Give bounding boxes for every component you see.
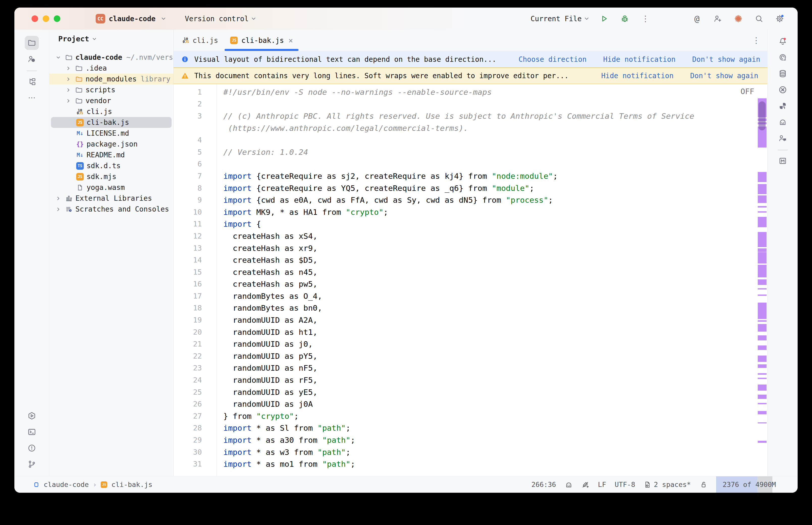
code-line: 24 randomUUID as rF5, (174, 374, 767, 386)
code-editor[interactable]: OFF 1#!/usr/bin/env -S node --no-warning… (174, 84, 767, 476)
chevron-right-icon[interactable] (53, 207, 63, 212)
banner-link[interactable]: Don't show again (692, 55, 760, 63)
tree-item-label: sdk.mjs (87, 172, 116, 181)
run-button[interactable] (598, 13, 610, 25)
chevron-right-icon[interactable] (63, 76, 73, 82)
line-number: 28 (174, 424, 217, 432)
tree-item-Scratches and Consoles[interactable]: Scratches and Consoles (49, 204, 173, 214)
chevron-down-icon[interactable] (53, 55, 63, 60)
banner-link[interactable]: Hide notification (601, 72, 674, 80)
project-widget[interactable]: CC claude-code (95, 14, 166, 24)
database-tool-button[interactable] (776, 66, 790, 81)
tree-item-label: sdk.d.ts (87, 162, 121, 170)
code-line: 27} from "crypto"; (174, 410, 767, 422)
chevron-right-icon[interactable] (63, 87, 73, 93)
line-separator-widget[interactable]: LF (598, 476, 606, 493)
chevron-right-icon[interactable] (53, 196, 63, 201)
anthropic-assistant-button[interactable] (733, 13, 744, 25)
json-file-icon: {} (76, 141, 84, 148)
tree-item-cli.js[interactable]: 100JScli.js (49, 106, 173, 117)
add-user-button[interactable] (712, 13, 723, 25)
close-tab-icon[interactable]: × (289, 36, 293, 45)
tree-item-claude-code[interactable]: claude-code~/.nvm/vers (49, 52, 173, 63)
caret-position-widget[interactable]: 266:36 (531, 476, 556, 493)
encoding-widget[interactable]: UTF-8 (615, 476, 635, 493)
highlight-level-icon[interactable] (581, 476, 589, 493)
chevron-right-icon[interactable] (63, 98, 73, 104)
version-control-tool-button[interactable] (25, 457, 39, 471)
banner-link[interactable]: Don't show again (690, 72, 758, 80)
chevron-right-icon[interactable] (63, 65, 73, 71)
database-icon (779, 69, 787, 78)
code-line: 19 randomUUID as A2A, (174, 314, 767, 326)
project-name: claude-code (109, 15, 156, 23)
line-number: 4 (174, 136, 217, 144)
memory-indicator[interactable]: 2376 of 4900M (716, 476, 782, 493)
scrollbar-thumb[interactable] (758, 101, 766, 130)
tree-item-label: .idea (86, 64, 107, 72)
editor-banner-warn: This document contains very long lines. … (174, 68, 767, 84)
tree-item-node_modules[interactable]: node_moduleslibrary (49, 74, 173, 85)
pull-requests-tool-button[interactable]: ? (25, 52, 39, 66)
services-tool-button[interactable] (25, 409, 39, 423)
tree-item-cli-bak.js[interactable]: JScli-bak.js (49, 117, 173, 128)
tree-item-package.json[interactable]: {}package.json (49, 139, 173, 150)
close-window-button[interactable] (31, 15, 38, 22)
change-marker (758, 280, 767, 285)
change-marker (758, 411, 767, 414)
ai-robot-tool-button[interactable] (776, 115, 790, 129)
banner-link[interactable]: Hide notification (603, 55, 676, 63)
editor-tab-cli.js[interactable]: 100JScli.js (177, 30, 224, 51)
tree-item-vendor[interactable]: vendor (49, 95, 173, 106)
line-number: 23 (174, 364, 217, 372)
tree-item-yoga.wasm[interactable]: yoga.wasm (49, 182, 173, 193)
tree-item-scripts[interactable]: scripts (49, 85, 173, 95)
tree-item-README.md[interactable]: M↓README.md (49, 150, 173, 160)
structure-tool-button[interactable] (25, 75, 39, 89)
terminal-tool-button[interactable] (25, 425, 39, 439)
m-tool-tool-button[interactable] (776, 154, 790, 168)
search-everywhere-button[interactable] (753, 13, 765, 25)
tab-options-icon[interactable]: ⋮ (752, 30, 760, 51)
tree-item-sdk.mjs[interactable]: JSsdk.mjs (49, 171, 173, 182)
line-number: 8 (174, 184, 217, 192)
project-folder-tool-button[interactable] (25, 36, 39, 50)
change-marker (758, 217, 767, 226)
tree-item-sdk.d.ts[interactable]: TSsdk.d.ts (49, 160, 173, 171)
debug-button[interactable] (619, 13, 631, 25)
change-marker (758, 206, 767, 208)
tree-item-External Libraries[interactable]: External Libraries (49, 193, 173, 204)
banner-link[interactable]: Choose direction (518, 55, 587, 63)
ai-chat-tool-button[interactable] (776, 50, 790, 64)
problems-tool-button[interactable] (25, 441, 39, 455)
run-configuration-selector[interactable]: Current File (531, 15, 589, 23)
notifications-tool-button[interactable] (776, 34, 790, 48)
minimize-window-button[interactable] (43, 15, 49, 22)
fullscreen-window-button[interactable] (54, 15, 60, 22)
plugin-icon (779, 102, 787, 110)
project-panel-header[interactable]: Project (49, 30, 173, 48)
settings-button[interactable] (774, 13, 785, 25)
line-number: 19 (174, 316, 217, 324)
mentions-button[interactable]: @ (691, 13, 703, 25)
tree-item-label: vendor (86, 96, 111, 105)
tree-item-label: Scratches and Consoles (75, 205, 169, 213)
x-circle-tool-button[interactable] (776, 83, 790, 97)
highlighting-off-label[interactable]: OFF (741, 87, 754, 96)
plugin-tool-button[interactable] (776, 99, 790, 113)
more-tools-tool-button[interactable] (25, 91, 39, 105)
breadcrumb-file[interactable]: cli-bak.js (111, 481, 152, 489)
vcs-menu[interactable]: Version control (185, 15, 256, 23)
more-actions-icon[interactable]: ⋮ (640, 13, 651, 25)
code-line: 11import { (174, 218, 767, 230)
indent-widget[interactable]: 2 spaces* (644, 476, 691, 493)
lock-icon[interactable] (699, 476, 708, 493)
inspector-robot-icon[interactable] (565, 476, 573, 493)
change-marker (758, 364, 767, 368)
code-with-me-tool-button[interactable] (776, 131, 790, 145)
tree-item-LICENSE.md[interactable]: M↓LICENSE.md (49, 128, 173, 139)
change-marker (758, 303, 767, 319)
tree-item-.idea[interactable]: .idea (49, 63, 173, 74)
breadcrumb-project[interactable]: claude-code (44, 481, 89, 489)
editor-tab-cli-bak.js[interactable]: JScli-bak.js× (224, 30, 299, 51)
